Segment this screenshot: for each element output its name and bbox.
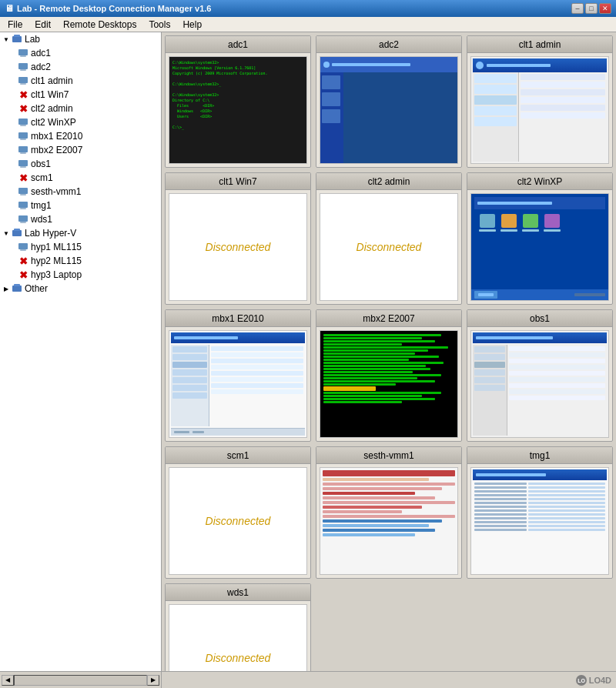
sidebar-item-sesth-vmm1[interactable]: sesth-vmm1	[0, 185, 161, 199]
menu-file[interactable]: File	[3, 18, 27, 31]
scroll-left-button[interactable]: ◀	[2, 675, 14, 686]
thumbnail-header-clt2admin: clt2 admin	[316, 173, 461, 190]
svg-rect-16	[18, 188, 28, 194]
svg-rect-25	[20, 249, 26, 251]
thumbnail-header-adc2: adc2	[316, 36, 461, 53]
sidebar-item-hyp2[interactable]: ✖ hyp2 ML115	[0, 254, 161, 268]
thumbnail-adc2[interactable]: adc2	[316, 35, 462, 168]
thumbnail-mbx1e2010[interactable]: mbx1 E2010	[165, 309, 311, 442]
error-icon-scm1: ✖	[17, 172, 29, 184]
svg-rect-11	[20, 139, 26, 140]
sidebar-item-lab-hyperv[interactable]: ▼ Lab Hyper-V	[0, 226, 161, 240]
thumbnail-body-clt1admin[interactable]	[470, 56, 609, 164]
svg-rect-22	[12, 230, 22, 236]
thumbnail-header-clt2winxp: clt2 WinXP	[467, 173, 612, 190]
thumbnail-clt1admin[interactable]: clt1 admin	[467, 35, 613, 168]
scroll-right-button[interactable]: ▶	[147, 675, 159, 686]
thumbnail-body-mbx2e2007[interactable]	[320, 330, 458, 438]
thumbnail-body-wds1[interactable]: Disconnected	[169, 604, 307, 671]
thumbnail-wds1[interactable]: wds1 Disconnected	[165, 583, 311, 671]
thumbnail-clt2admin[interactable]: clt2 admin Disconnected	[316, 172, 462, 305]
thumbnail-body-clt2admin[interactable]: Disconnected	[320, 193, 458, 301]
thumbnail-grid: adc1 C:\Windows\system32>Microsoft Windo…	[165, 35, 613, 671]
thumbnail-body-obs1[interactable]	[470, 330, 609, 438]
server-icon-sesth-vmm1	[17, 185, 29, 198]
thumbnail-body-sesth-vmm1[interactable]	[320, 467, 458, 575]
sidebar-item-hyp1[interactable]: hyp1 ML115	[0, 240, 161, 254]
sidebar-item-adc1[interactable]: adc1	[0, 46, 161, 60]
thumbnail-body-adc2[interactable]	[320, 56, 458, 164]
thumbnail-scm1[interactable]: scm1 Disconnected	[165, 446, 311, 579]
app-icon: 🖥	[5, 3, 14, 14]
scrollbar-track[interactable]	[14, 675, 147, 686]
server-icon-tmg1	[17, 199, 29, 212]
server-icon-clt2winxp	[17, 116, 29, 129]
group-icon-other	[11, 282, 23, 295]
svg-rect-23	[14, 229, 20, 231]
thumbnail-body-mbx1e2010[interactable]	[169, 330, 307, 438]
menu-tools[interactable]: Tools	[144, 18, 175, 31]
svg-rect-4	[18, 63, 28, 69]
svg-rect-13	[20, 152, 26, 154]
title-bar: 🖥 Lab - Remote Desktop Connection Manage…	[0, 0, 616, 17]
server-icon-mbx2e2007	[17, 144, 29, 156]
sidebar-item-mbx2e2007[interactable]: mbx2 E2007	[0, 143, 161, 157]
svg-rect-8	[18, 119, 28, 125]
sidebar-item-clt1win7[interactable]: ✖ clt1 Win7	[0, 88, 161, 102]
thumbnail-header-adc1: adc1	[166, 36, 310, 53]
sidebar-item-other[interactable]: ▶ Other	[0, 282, 161, 296]
svg-rect-14	[18, 160, 28, 166]
error-icon-clt2admin: ✖	[17, 102, 29, 115]
thumbnail-body-clt2winxp[interactable]	[470, 193, 609, 301]
menu-bar: File Edit Remote Desktops Tools Help	[0, 17, 616, 32]
menu-help[interactable]: Help	[178, 18, 206, 31]
thumbnail-body-adc1[interactable]: C:\Windows\system32>Microsoft Windows [V…	[169, 56, 307, 164]
sidebar-item-wds1[interactable]: wds1	[0, 212, 161, 226]
thumbnail-adc1[interactable]: adc1 C:\Windows\system32>Microsoft Windo…	[165, 35, 311, 168]
server-icon-adc1	[17, 47, 29, 59]
thumbnail-body-tmg1[interactable]	[470, 467, 609, 575]
sidebar-item-obs1[interactable]: obs1	[0, 157, 161, 171]
error-icon-hyp2: ✖	[17, 255, 29, 267]
expand-hyperv[interactable]: ▼	[2, 229, 11, 238]
server-icon-hyp1	[17, 241, 29, 253]
disconnected-label-wds1: Disconnected	[206, 652, 271, 664]
close-button[interactable]: ✕	[599, 3, 611, 14]
sidebar-item-adc2[interactable]: adc2	[0, 60, 161, 74]
menu-remote-desktops[interactable]: Remote Desktops	[59, 18, 141, 31]
svg-rect-10	[18, 132, 28, 139]
svg-rect-6	[18, 77, 28, 83]
group-icon	[11, 33, 23, 45]
svg-rect-1	[14, 35, 20, 37]
svg-rect-0	[12, 36, 22, 42]
sidebar-item-mbx1e2010[interactable]: mbx1 E2010	[0, 129, 161, 143]
server-icon-clt1admin	[17, 75, 29, 87]
sidebar-item-clt2admin[interactable]: ✖ clt2 admin	[0, 102, 161, 115]
thumbnail-mbx2e2007[interactable]: mbx2 E2007	[316, 309, 462, 442]
server-icon-adc2	[17, 61, 29, 73]
sidebar-item-hyp3[interactable]: ✖ hyp3 Laptop	[0, 268, 161, 282]
thumbnail-body-clt1win7[interactable]: Disconnected	[169, 193, 307, 301]
thumbnail-sesth-vmm1[interactable]: sesth-vmm1	[316, 446, 462, 579]
disconnected-label-scm1: Disconnected	[206, 515, 271, 527]
thumbnail-obs1[interactable]: obs1	[467, 309, 613, 442]
thumbnail-header-obs1: obs1	[467, 310, 612, 327]
maximize-button[interactable]: □	[585, 3, 598, 14]
thumbnail-clt1win7[interactable]: clt1 Win7 Disconnected	[165, 172, 311, 305]
group-icon-hyperv	[11, 227, 23, 239]
sidebar-item-scm1[interactable]: ✖ scm1	[0, 171, 161, 185]
thumbnail-tmg1[interactable]: tmg1	[467, 446, 613, 579]
svg-rect-20	[18, 215, 28, 222]
thumbnail-body-scm1[interactable]: Disconnected	[169, 467, 307, 575]
svg-rect-26	[12, 286, 22, 292]
sidebar-item-clt1admin[interactable]: clt1 admin	[0, 74, 161, 88]
sidebar-item-lab[interactable]: ▼ Lab	[0, 32, 161, 46]
sidebar-item-clt2winxp[interactable]: clt2 WinXP	[0, 115, 161, 129]
bottom-scrollbar: ◀ ▶	[0, 671, 616, 688]
menu-edit[interactable]: Edit	[30, 18, 55, 31]
sidebar-item-tmg1[interactable]: tmg1	[0, 199, 161, 212]
expand-lab[interactable]: ▼	[2, 35, 11, 44]
minimize-button[interactable]: –	[571, 3, 584, 14]
thumbnail-clt2winxp[interactable]: clt2 WinXP	[467, 172, 613, 305]
expand-other[interactable]: ▶	[2, 284, 11, 293]
